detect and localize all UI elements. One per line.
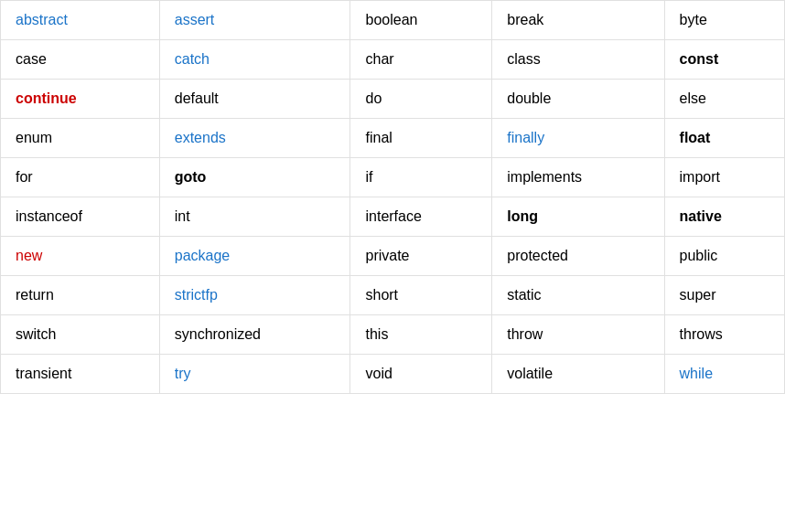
keywords-table: abstractassertbooleanbreakbytecasecatchc… <box>0 0 785 394</box>
table-cell: for <box>1 158 160 197</box>
keyword-text: for <box>16 169 33 185</box>
table-cell: while <box>664 355 784 394</box>
table-cell: private <box>350 237 492 276</box>
table-cell: float <box>664 119 784 158</box>
table-cell: new <box>1 237 160 276</box>
keyword-text: import <box>680 169 720 185</box>
keyword-text: char <box>365 51 393 67</box>
table-cell: assert <box>159 1 350 40</box>
table-row: enumextendsfinalfinallyfloat <box>1 119 785 158</box>
table-row: newpackageprivateprotectedpublic <box>1 237 785 276</box>
keyword-text: continue <box>16 90 77 106</box>
keyword-text: default <box>175 90 219 106</box>
keyword-text: final <box>365 130 392 145</box>
table-cell: package <box>159 237 350 276</box>
keyword-text: float <box>680 130 711 145</box>
keyword-link[interactable]: catch <box>175 51 210 67</box>
keyword-link[interactable]: while <box>680 366 713 381</box>
keyword-text: synchronized <box>175 326 261 342</box>
table-cell: long <box>492 197 664 237</box>
keyword-link[interactable]: abstract <box>16 12 68 27</box>
keyword-text: byte <box>680 12 707 27</box>
table-cell: try <box>159 355 350 394</box>
table-cell: finally <box>492 119 664 158</box>
keyword-text: void <box>365 366 392 381</box>
table-row: abstractassertbooleanbreakbyte <box>1 1 785 40</box>
table-row: continuedefaultdodoubleelse <box>1 80 785 119</box>
keyword-link[interactable]: finally <box>507 130 544 145</box>
keyword-link[interactable]: assert <box>175 12 215 27</box>
table-cell: const <box>664 40 784 80</box>
keyword-text: double <box>507 90 551 106</box>
table-cell: super <box>664 276 784 315</box>
keyword-text: native <box>680 208 722 224</box>
table-cell: do <box>350 80 492 119</box>
table-cell: transient <box>1 355 160 394</box>
keyword-text: enum <box>16 130 52 145</box>
table-cell: extends <box>159 119 350 158</box>
keyword-text: implements <box>507 169 582 185</box>
table-cell: char <box>350 40 492 80</box>
table-cell: enum <box>1 119 160 158</box>
table-cell: import <box>664 158 784 197</box>
keyword-text: do <box>365 90 382 106</box>
table-cell: instanceof <box>1 197 160 237</box>
table-cell: public <box>664 237 784 276</box>
table-row: returnstrictfpshortstaticsuper <box>1 276 785 315</box>
table-cell: goto <box>159 158 350 197</box>
table-row: casecatchcharclassconst <box>1 40 785 80</box>
table-cell: volatile <box>492 355 664 394</box>
table-cell: if <box>350 158 492 197</box>
table-cell: catch <box>159 40 350 80</box>
keyword-text: short <box>365 287 398 303</box>
keyword-text: int <box>175 208 190 224</box>
table-cell: protected <box>492 237 664 276</box>
keyword-text: else <box>680 90 706 106</box>
keyword-text: private <box>365 248 409 263</box>
table-cell: native <box>664 197 784 237</box>
table-row: transienttryvoidvolatilewhile <box>1 355 785 394</box>
table-cell: void <box>350 355 492 394</box>
keyword-link[interactable]: strictfp <box>175 287 218 303</box>
table-cell: interface <box>350 197 492 237</box>
keyword-text: return <box>16 287 54 303</box>
keyword-text: long <box>507 208 538 224</box>
table-cell: throw <box>492 315 664 355</box>
keyword-text: const <box>680 51 719 67</box>
keyword-text: super <box>680 287 716 303</box>
keyword-text: instanceof <box>16 208 82 224</box>
table-cell: default <box>159 80 350 119</box>
keyword-text: boolean <box>365 12 417 27</box>
keyword-link[interactable]: extends <box>175 130 226 145</box>
keyword-text: static <box>507 287 541 303</box>
table-cell: int <box>159 197 350 237</box>
keyword-link[interactable]: try <box>175 366 191 381</box>
table-row: instanceofintinterfacelongnative <box>1 197 785 237</box>
keyword-text: volatile <box>507 366 553 381</box>
table-cell: double <box>492 80 664 119</box>
keyword-text: case <box>16 51 47 67</box>
keyword-text: goto <box>175 169 207 185</box>
keyword-text: if <box>365 169 372 185</box>
table-cell: strictfp <box>159 276 350 315</box>
keyword-text: protected <box>507 248 568 263</box>
table-cell: static <box>492 276 664 315</box>
keyword-text: interface <box>365 208 421 224</box>
table-cell: final <box>350 119 492 158</box>
table-cell: case <box>1 40 160 80</box>
keyword-text: this <box>365 326 388 342</box>
table-cell: synchronized <box>159 315 350 355</box>
keyword-text: transient <box>16 366 71 381</box>
table-cell: boolean <box>350 1 492 40</box>
table-cell: continue <box>1 80 160 119</box>
keyword-link[interactable]: package <box>175 248 231 263</box>
table-cell: break <box>492 1 664 40</box>
table-row: forgotoifimplementsimport <box>1 158 785 197</box>
table-cell: else <box>664 80 784 119</box>
keyword-text: throws <box>680 326 723 342</box>
keyword-text: public <box>680 248 718 263</box>
table-cell: switch <box>1 315 160 355</box>
table-cell: short <box>350 276 492 315</box>
table-cell: class <box>492 40 664 80</box>
keyword-text: break <box>507 12 543 27</box>
